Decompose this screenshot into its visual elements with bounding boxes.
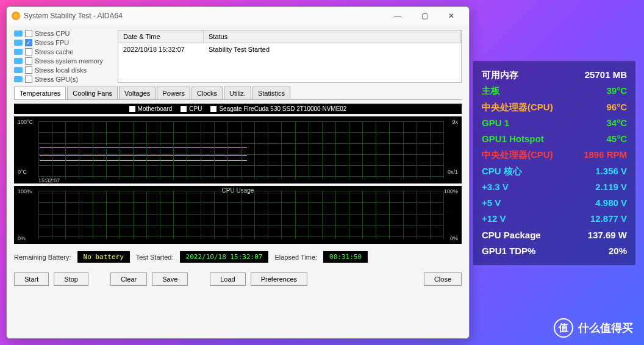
overlay-label: 中央处理器(CPU): [482, 147, 553, 163]
overlay-label: CPU Package: [482, 227, 541, 243]
overlay-label: 可用内存: [482, 67, 518, 83]
elapsed-value: 00:31:50: [323, 251, 368, 263]
stress-options: Stress CPU ✓ Stress FPU Stress cache Str…: [14, 30, 112, 83]
stress-item-4[interactable]: Stress local disks: [14, 66, 112, 74]
temperature-chart: 100°C 0°C 9x 0x/1 15:32:07: [14, 116, 462, 183]
y2-bot: 0%: [18, 235, 26, 241]
x-label: 15:32:07: [38, 177, 60, 183]
overlay-value: 1.356 V: [595, 163, 627, 179]
checkbox[interactable]: [25, 66, 32, 74]
load-button[interactable]: Load: [210, 272, 245, 286]
overlay-label: GPU1 Hotspot: [482, 131, 544, 147]
checkbox[interactable]: [25, 30, 32, 37]
aida64-window: System Stability Test - AIDA64 — ▢ ✕ Str…: [6, 6, 470, 339]
overlay-label: +12 V: [482, 211, 506, 227]
checkbox[interactable]: ✓: [25, 39, 32, 46]
tab-powers[interactable]: Powers: [157, 87, 190, 99]
sensor-overlay: 可用内存25701 MB主板39°C中央处理器(CPU)96°CGPU 134°…: [473, 61, 635, 265]
legend-checkbox[interactable]: ✓: [181, 106, 187, 112]
yr-bot: 0x/1: [448, 169, 458, 175]
overlay-value: 34°C: [606, 115, 627, 131]
titlebar[interactable]: System Stability Test - AIDA64 — ▢ ✕: [7, 7, 469, 25]
tab-bar: TemperaturesCooling FansVoltagesPowersCl…: [14, 87, 462, 100]
overlay-label: +3.3 V: [482, 179, 509, 195]
overlay-label: GPU 1: [482, 115, 509, 131]
checkbox[interactable]: [25, 76, 32, 83]
app-icon: [12, 12, 20, 20]
chart1-legend: ✓Motherboard✓CPU✓Seagate FireCuda 530 SS…: [14, 104, 462, 114]
y2r-top: 100%: [444, 188, 458, 194]
overlay-label: 主板: [482, 83, 500, 99]
log-header-datetime[interactable]: Date & Time: [118, 30, 204, 43]
tab-utiliz.[interactable]: Utiliz.: [224, 87, 251, 99]
device-icon: [14, 30, 23, 37]
overlay-label: 中央处理器(CPU): [482, 99, 553, 115]
legend-checkbox[interactable]: ✓: [129, 106, 135, 112]
started-label: Test Started:: [136, 254, 174, 261]
chart-area: ✓Motherboard✓CPU✓Seagate FireCuda 530 SS…: [14, 104, 462, 244]
watermark-icon: 值: [554, 318, 573, 338]
save-button[interactable]: Save: [152, 272, 188, 286]
close-button[interactable]: ✕: [438, 7, 464, 24]
overlay-label: CPU 核心: [482, 163, 522, 179]
window-controls: — ▢ ✕: [385, 7, 464, 24]
overlay-row: CPU Package137.69 W: [482, 227, 627, 243]
stress-item-1[interactable]: ✓ Stress FPU: [14, 39, 112, 46]
overlay-value: 4.980 V: [595, 195, 627, 211]
legend-checkbox[interactable]: ✓: [210, 106, 216, 112]
overlay-label: GPU1 TDP%: [482, 243, 535, 259]
minimize-button[interactable]: —: [385, 7, 410, 24]
checkbox[interactable]: [25, 57, 32, 65]
yr-top: 9x: [452, 119, 458, 125]
watermark-text: 什么值得买: [578, 321, 633, 335]
log-header-status[interactable]: Status: [204, 30, 461, 43]
tab-cooling fans[interactable]: Cooling Fans: [67, 87, 118, 99]
overlay-row: 中央处理器(CPU)1896 RPM: [482, 147, 627, 163]
device-icon: [14, 76, 23, 82]
overlay-row: GPU1 TDP%20%: [482, 243, 627, 259]
overlay-value: 45°C: [606, 131, 627, 147]
legend-item[interactable]: ✓Seagate FireCuda 530 SSD 2T10000 NVME02: [210, 105, 346, 112]
stress-item-5[interactable]: Stress GPU(s): [14, 76, 112, 83]
overlay-value: 12.877 V: [590, 211, 627, 227]
overlay-value: 2.119 V: [595, 179, 627, 195]
clear-button[interactable]: Clear: [110, 272, 147, 286]
prefs-button[interactable]: Preferences: [251, 272, 307, 286]
stress-label: Stress GPU(s): [35, 76, 78, 83]
stress-item-3[interactable]: Stress system memory: [14, 57, 112, 65]
started-value: 2022/10/18 15:32:07: [180, 251, 269, 263]
legend-item[interactable]: ✓Motherboard: [129, 105, 173, 112]
watermark: 值 什么值得买: [554, 318, 633, 338]
maximize-button[interactable]: ▢: [412, 7, 437, 24]
y-top: 100°C: [18, 119, 33, 125]
battery-label: Remaining Battery:: [14, 254, 71, 261]
log-row[interactable]: 2022/10/18 15:32:07 Stability Test Start…: [118, 43, 461, 55]
tab-temperatures[interactable]: Temperatures: [14, 87, 66, 99]
trace-ssd: [40, 155, 247, 156]
event-log: Date & Time Status 2022/10/18 15:32:07 S…: [118, 30, 462, 83]
overlay-value: 20%: [609, 243, 627, 259]
start-button[interactable]: Start: [14, 272, 49, 286]
close-dialog-button[interactable]: Close: [424, 272, 462, 286]
stress-item-0[interactable]: Stress CPU: [14, 30, 112, 37]
tab-statistics[interactable]: Statistics: [252, 87, 290, 99]
legend-item[interactable]: ✓CPU: [181, 105, 202, 112]
overlay-label: +5 V: [482, 195, 501, 211]
overlay-row: +3.3 V2.119 V: [482, 179, 627, 195]
stress-item-2[interactable]: Stress cache: [14, 48, 112, 55]
tab-voltages[interactable]: Voltages: [119, 87, 156, 99]
overlay-row: +12 V12.877 V: [482, 211, 627, 227]
cpu-usage-chart: CPU Usage 100% 0% 100% 0%: [14, 186, 462, 244]
elapsed-label: Elapsed Time:: [274, 254, 317, 261]
checkbox[interactable]: [25, 48, 32, 55]
device-icon: [14, 49, 23, 55]
stop-button[interactable]: Stop: [54, 272, 88, 286]
overlay-value: 96°C: [606, 99, 627, 115]
log-cell-status: Stability Test Started: [204, 43, 461, 55]
window-content: Stress CPU ✓ Stress FPU Stress cache Str…: [7, 25, 469, 338]
stress-label: Stress FPU: [35, 39, 69, 46]
stress-label: Stress local disks: [35, 66, 87, 74]
tab-clocks[interactable]: Clocks: [191, 87, 223, 99]
overlay-row: GPU 134°C: [482, 115, 627, 131]
overlay-row: 主板39°C: [482, 83, 627, 99]
